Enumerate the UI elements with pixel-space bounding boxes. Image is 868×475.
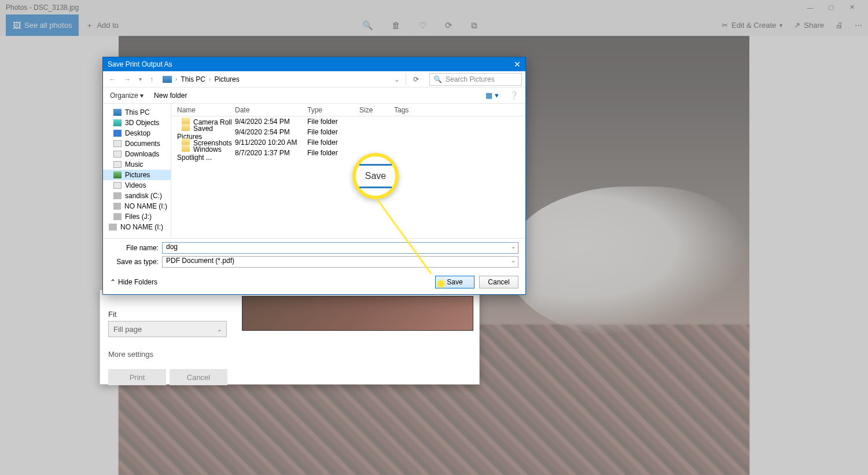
search-icon: 🔍 (433, 75, 442, 83)
tree-item-files-j[interactable]: Files (J:) (103, 211, 171, 222)
refresh-button[interactable]: ⟳ (410, 75, 422, 83)
col-type[interactable]: Type (307, 106, 359, 114)
dialog-navbar: ← → ▾ ↑ › This PC › Pictures ⌄ ⟳ 🔍 Searc… (103, 71, 525, 87)
print-preview (242, 296, 473, 331)
breadcrumb[interactable]: › This PC › Pictures (159, 73, 391, 86)
save-dialog: Save Print Output As ✕ ← → ▾ ↑ › This PC… (102, 57, 526, 295)
cancel-button[interactable]: Cancel (479, 276, 518, 288)
tree-item-music[interactable]: Music (103, 159, 171, 170)
chevron-down-icon[interactable]: ⌄ (511, 243, 516, 250)
file-list: Name Date Type Size Tags Camera Roll9/4/… (171, 104, 525, 238)
tree-item-thispc[interactable]: This PC (103, 107, 171, 118)
filename-input[interactable]: dog⌄ (162, 242, 518, 254)
hide-folders-button[interactable]: ⌃ Hide Folders (110, 278, 157, 286)
pc-icon (163, 76, 172, 83)
tree-item-sandisk[interactable]: sandisk (C:) (103, 191, 171, 201)
up-button[interactable]: ↑ (148, 75, 156, 83)
tree-item-desktop[interactable]: Desktop (103, 128, 171, 138)
back-button[interactable]: ← (106, 75, 118, 83)
savetype-select[interactable]: PDF Document (*.pdf)⌄ (162, 256, 518, 268)
breadcrumb-root[interactable]: This PC (181, 75, 205, 83)
magnifier-callout: Save (352, 153, 399, 199)
list-item[interactable]: Windows Spotlight ...8/7/2020 1:37 PMFil… (171, 148, 525, 158)
callout-dot (437, 280, 444, 287)
forward-button[interactable]: → (122, 75, 133, 83)
chevron-right-icon: › (175, 76, 177, 82)
magnifier-text: Save (364, 171, 387, 181)
more-settings-link[interactable]: More settings (108, 350, 230, 359)
chevron-down-icon: ⌄ (217, 326, 222, 332)
col-size[interactable]: Size (359, 106, 394, 114)
fit-select[interactable]: Fill page ⌄ (108, 321, 227, 337)
dialog-bottom: File name: dog⌄ Save as type: PDF Docume… (103, 238, 525, 294)
fit-label: Fit (108, 310, 230, 319)
help-button[interactable]: ❔ (509, 91, 518, 100)
filename-label: File name: (110, 244, 162, 252)
print-cancel-button[interactable]: Cancel (170, 369, 227, 385)
search-placeholder: Search Pictures (446, 75, 495, 83)
list-item[interactable]: Saved Pictures9/4/2020 2:54 PMFile folde… (171, 127, 525, 137)
close-dialog-button[interactable]: ✕ (514, 60, 521, 69)
tree-item-videos[interactable]: Videos (103, 180, 171, 191)
view-options-button[interactable]: ▦ ▾ (486, 91, 499, 100)
savetype-label: Save as type: (110, 258, 162, 266)
breadcrumb-dropdown[interactable]: ⌄ (394, 75, 400, 83)
tree-item-pictures[interactable]: Pictures (103, 170, 171, 180)
tree-item-3d[interactable]: 3D Objects (103, 118, 171, 128)
col-date[interactable]: Date (235, 106, 307, 114)
dialog-toolbar: Organize ▾ New folder ▦ ▾ ❔ (103, 87, 525, 104)
tree-item-downloads[interactable]: Downloads (103, 149, 171, 159)
col-tags[interactable]: Tags (394, 106, 525, 114)
folder-icon (182, 145, 190, 152)
print-panel: Fit Fill page ⌄ More settings Print Canc… (100, 290, 480, 385)
tree-item-documents[interactable]: Documents (103, 138, 171, 149)
dialog-title: Save Print Output As (108, 60, 172, 68)
folder-icon (182, 124, 190, 131)
dialog-titlebar: Save Print Output As ✕ (103, 57, 525, 71)
tree-item-noname-k[interactable]: NO NAME (I:) (103, 201, 171, 211)
search-input[interactable]: 🔍 Search Pictures (429, 73, 522, 86)
chevron-up-icon: ⌃ (110, 278, 116, 286)
breadcrumb-folder[interactable]: Pictures (214, 75, 239, 83)
list-header[interactable]: Name Date Type Size Tags (171, 104, 525, 116)
tree-item-noname-i[interactable]: NO NAME (I:) (103, 222, 171, 232)
print-button[interactable]: Print (108, 369, 166, 385)
chevron-down-icon[interactable]: ⌄ (511, 257, 516, 264)
recent-locations-button[interactable]: ▾ (137, 76, 144, 82)
organize-menu[interactable]: Organize ▾ (110, 92, 144, 100)
chevron-right-icon: › (209, 76, 211, 82)
col-name[interactable]: Name (171, 106, 235, 114)
new-folder-button[interactable]: New folder (154, 92, 187, 100)
folder-tree[interactable]: This PC 3D Objects Desktop Documents Dow… (103, 104, 171, 238)
fit-value: Fill page (113, 325, 142, 334)
